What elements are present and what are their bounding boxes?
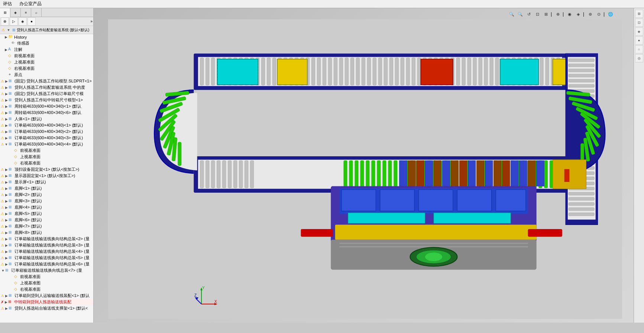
3d-model-view[interactable] [101, 19, 629, 319]
comp25-expand[interactable]: ▶ [4, 249, 9, 254]
comp22-expand[interactable]: ▶ [4, 231, 9, 235]
vp-rotate[interactable]: ↺ [525, 10, 533, 18]
vp-zoom-in[interactable]: 🔍 [508, 10, 515, 18]
toolbar-btn-4[interactable]: ● [27, 17, 36, 26]
rt-btn-view5[interactable]: ○ [635, 45, 643, 53]
vp-display2[interactable]: ◈ [575, 10, 582, 18]
toolbar-btn-2[interactable]: ▷ [10, 17, 18, 26]
rt-btn-view4[interactable]: ● [635, 36, 643, 45]
comp30-expand[interactable]: ▶ [4, 300, 8, 304]
tree-item-comp4[interactable]: ⚠ ▶ ⊞ 贷到人拣选工作站中转箱尺寸模型<1> [0, 97, 93, 103]
comp19-expand[interactable]: ▶ [4, 212, 9, 216]
tree-item-top-plane[interactable]: ▶ ◇ 上视基准面 [0, 59, 93, 65]
rt-btn-view2[interactable]: ⊡ [635, 19, 643, 27]
tree-item-comp15[interactable]: ⚠ ▶ ⊞ 底脚<1> (默认) [0, 185, 93, 192]
tree-item-comp26[interactable]: ⚠ ▶ ⊞ 订单箱输送线输送线换向结构总装<5> (显 [0, 255, 93, 261]
vp-pan[interactable]: ⊞ [542, 10, 550, 18]
tree-item-comp11-front[interactable]: ▶ ◇ 前视基准面 [0, 147, 93, 154]
tree-item-comp30[interactable]: ✗ ▶ ⊞ 中转箱到贷到人拣选输送线装配 [0, 299, 93, 305]
tree-item-comp13[interactable]: ⚠ ▶ ⊞ 显示器固定架<1> (默认<按加工>) [0, 173, 93, 179]
viewport[interactable]: 🔍 🔍 ↺ ⊡ ⊞ | ⊕ | ◉ ◈ | ⊛ ⊙ | 🌐 [94, 8, 644, 323]
tree-item-annotation[interactable]: ▶ A 注解 [0, 46, 93, 53]
tree-item-comp6[interactable]: ⚠ ▶ ⊞ 周转箱4633(600×400×340)<6> (默认 [0, 110, 93, 116]
comp13-expand[interactable]: ▶ [4, 174, 9, 178]
tree-item-comp12[interactable]: ⚠ ▶ ⊞ 顶扫设备固定架<1> (默认<按加工>) [0, 166, 93, 173]
tree-item-right-plane[interactable]: ▶ ◇ 右视基准面 [0, 65, 93, 72]
comp3-expand[interactable]: ▶ [4, 92, 9, 96]
comp29-expand[interactable]: ▶ [4, 294, 9, 298]
menu-evaluate[interactable]: 评估 [1, 1, 13, 7]
tree-item-comp28-front[interactable]: ▶ ◇ 前视基准面 [0, 274, 93, 280]
tree-item-comp22[interactable]: ⚠ ▶ ⊞ 底脚<8> (默认) [0, 229, 93, 236]
comp1-expand[interactable]: ▶ [4, 79, 9, 84]
comp26-expand[interactable]: ▶ [4, 256, 9, 260]
tree-item-comp3[interactable]: ⚠ ▶ ⊞ (固定) 贷到人拣选工作站订单箱尺寸模 [0, 91, 93, 97]
tree-item-comp2[interactable]: ⚠ ▶ ⊞ 贷到人拣选工作站配套输送系统 中的度 [0, 84, 93, 91]
tree-item-comp11[interactable]: ⚠ ▼ ⊞ 订单箱4633(600×400×340)<4> (默认) [0, 141, 93, 147]
comp5-expand[interactable]: ▶ [4, 104, 9, 109]
comp9-expand[interactable]: ▶ [4, 130, 9, 134]
comp15-expand[interactable]: ▶ [4, 186, 9, 191]
expand-btn[interactable]: » [90, 19, 93, 23]
comp18-expand[interactable]: ▶ [4, 205, 9, 210]
tree-item-comp20[interactable]: ⚠ ▶ ⊞ 底脚<6> (默认) [0, 217, 93, 223]
comp24-expand[interactable]: ▶ [4, 243, 9, 248]
tree-item-comp9[interactable]: ⚠ ▶ ⊞ 订单箱4633(600×400×340)<2> (默认) [0, 128, 93, 135]
comp28-expand[interactable]: ▼ [1, 268, 5, 273]
tab-config[interactable]: ≡ [21, 8, 31, 17]
comp20-expand[interactable]: ▶ [4, 218, 9, 222]
vp-display1[interactable]: ◉ [566, 10, 573, 18]
tree-item-comp8[interactable]: ⚠ ▶ ⊞ 订单箱4633(600×400×340)<1> (默认) [0, 122, 93, 128]
comp8-expand[interactable]: ▶ [4, 123, 9, 128]
comp2-expand[interactable]: ▶ [4, 85, 9, 90]
comp4-expand[interactable]: ▶ [4, 98, 9, 102]
tree-item-comp25[interactable]: ⚠ ▶ ⊞ 订单箱输送线输送线换向结构总装<4> (显 [0, 248, 93, 255]
comp12-expand[interactable]: ▶ [4, 167, 9, 172]
comp23-expand[interactable]: ▶ [4, 237, 9, 241]
tab-model-tree[interactable]: ⊞ [0, 8, 10, 17]
comp27-expand[interactable]: ▶ [4, 262, 9, 267]
comp6-expand[interactable]: ▶ [4, 111, 9, 115]
rt-btn-view3[interactable]: ◈ [635, 27, 643, 36]
vp-view[interactable]: 🌐 [607, 10, 614, 18]
toolbar-btn-1[interactable]: ⊕ [1, 17, 9, 26]
vp-scene[interactable]: ⊙ [595, 10, 602, 18]
comp7-expand[interactable]: ▶ [4, 117, 9, 121]
history-expand[interactable]: ▶ [4, 35, 8, 39]
annotation-expand[interactable]: ▶ [4, 48, 8, 52]
menu-office[interactable]: 办公室产品 [18, 1, 43, 7]
tree-item-front-plane[interactable]: ▶ ◇ 前视基准面 [0, 53, 93, 59]
tree-item-comp18[interactable]: ⚠ ▶ ⊞ 底脚<4> (默认) [0, 204, 93, 210]
comp17-expand[interactable]: ▶ [4, 199, 9, 203]
vp-light[interactable]: ⊛ [586, 10, 594, 18]
tree-item-comp16[interactable]: ⚠ ▶ ⊞ 底脚<2> (默认) [0, 192, 93, 198]
tree-item-comp27[interactable]: ⚠ ▶ ⊞ 订单箱输送线输送线换向结构总装<6> (显 [0, 261, 93, 267]
comp16-expand[interactable]: ▶ [4, 193, 9, 197]
rt-btn-view1[interactable]: ⊞ [635, 10, 643, 18]
root-expand[interactable]: ▼ [6, 28, 11, 32]
comp31-expand[interactable]: ▶ [4, 306, 9, 311]
tree-item-comp17[interactable]: ⚠ ▶ ⊞ 底脚<3> (默认) [0, 198, 93, 204]
tree-item-sensor[interactable]: ▶ 👁 传感器 [0, 40, 93, 46]
tree-item-comp29[interactable]: ⚠ ▶ ⊞ 订单箱到贷到人运输输送线装配<1> (默认 [0, 293, 93, 299]
comp14-expand[interactable]: ▶ [4, 180, 9, 185]
vp-select[interactable]: ⊕ [554, 10, 562, 18]
tree-item-comp11-top[interactable]: ▶ ◇ 上视基准面 [0, 154, 93, 160]
tree-item-comp14[interactable]: ⚠ ▶ ⊞ 显示屏<1> (默认) [0, 179, 93, 185]
rt-btn-view6[interactable]: ◎ [635, 54, 643, 62]
tab-search[interactable]: ⌕ [31, 8, 42, 17]
tree-item-comp31[interactable]: ⚠ ▶ ⊞ 贷到人拣选站台输送线支撑架<1> (默认< [0, 305, 93, 311]
tree-item-history[interactable]: ▶ 📁 History [0, 34, 93, 40]
tree-item-comp19[interactable]: ⚠ ▶ ⊞ 底脚<5> (默认) [0, 210, 93, 217]
tree-item-comp11-right[interactable]: ▶ ◇ 右视基准面 [0, 160, 93, 166]
tab-properties[interactable]: ◈ [10, 8, 21, 17]
comp21-expand[interactable]: ▶ [4, 224, 9, 229]
tree-item-comp28[interactable]: ▼ ⊞ 订单箱输送线输送线换向线总装<7> (显 [0, 267, 93, 274]
tree-item-comp28-right[interactable]: ▶ ◇ 右视基准面 [0, 286, 93, 293]
vp-fit[interactable]: ⊡ [534, 10, 541, 18]
tree-item-comp28-top[interactable]: ▶ ◇ 上视基准图 [0, 280, 93, 286]
tree-item-comp23[interactable]: ⚠ ▶ ⊞ 订单箱输送线输送线换向结构总装<2> (显 [0, 236, 93, 242]
comp10-expand[interactable]: ▶ [4, 136, 9, 140]
tree-item-comp7[interactable]: ⚠ ▶ ⊞ 人体<1> (默认) [0, 116, 93, 122]
toolbar-btn-3[interactable]: ◈ [19, 17, 27, 26]
